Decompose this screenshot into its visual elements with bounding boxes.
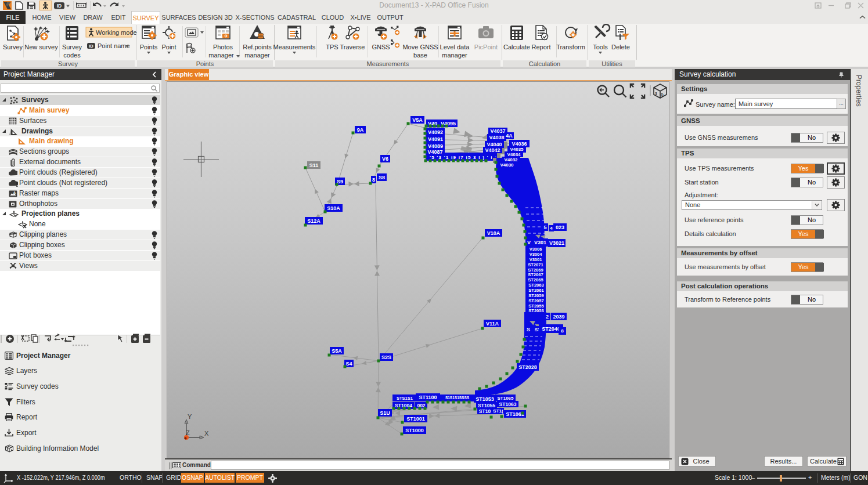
svg-text:V4087: V4087 <box>427 149 442 155</box>
svg-text:9A: 9A <box>357 127 364 133</box>
svg-text:manager: manager <box>244 52 270 59</box>
svg-text:ST2063: ST2063 <box>528 283 543 288</box>
svg-text:S1S1S1SSSS: S1S1S1SSSS <box>445 396 470 400</box>
svg-text:V4037: V4037 <box>490 128 505 134</box>
svg-text:Working mode: Working mode <box>96 29 137 36</box>
svg-text:V4042: V4042 <box>485 147 500 153</box>
svg-text:S8: S8 <box>379 175 385 180</box>
svg-text:ST2055: ST2055 <box>528 303 543 309</box>
svg-text:ST2028: ST2028 <box>518 364 537 370</box>
svg-text:Point: Point <box>161 44 176 50</box>
svg-text:V3001: V3001 <box>530 257 542 262</box>
svg-text:ST1063: ST1063 <box>499 401 517 407</box>
svg-text:ST1(: ST1( <box>493 408 503 414</box>
svg-text:5: 5 <box>543 225 546 230</box>
svg-text:4A: 4A <box>506 133 513 139</box>
svg-text:V10A: V10A <box>487 230 500 236</box>
svg-text:S11: S11 <box>309 162 319 168</box>
svg-text:Report: Report <box>531 44 550 50</box>
svg-text:023: 023 <box>556 225 564 230</box>
svg-text:V4089: V4089 <box>428 143 443 149</box>
svg-text:ST1065: ST1065 <box>497 396 514 401</box>
svg-text:Move GNSS: Move GNSS <box>402 44 438 50</box>
svg-text:V4091: V4091 <box>428 136 443 142</box>
svg-text:X: X <box>204 430 209 437</box>
svg-text:V3021: V3021 <box>549 240 564 246</box>
svg-text:Transform: Transform <box>556 44 585 50</box>
svg-text:V4032: V4032 <box>504 157 518 162</box>
svg-text:Point name: Point name <box>98 42 130 49</box>
svg-text:ST2057: ST2057 <box>528 298 543 303</box>
svg-text:V301: V301 <box>534 240 546 245</box>
svg-text:Points: Points <box>140 44 158 50</box>
svg-text:Traverse: Traverse <box>340 44 365 50</box>
svg-text:V4034: V4034 <box>507 152 521 157</box>
svg-text:ST2061: ST2061 <box>528 288 543 293</box>
svg-text:V4036: V4036 <box>512 141 527 147</box>
svg-text:ST1100: ST1100 <box>419 394 437 400</box>
svg-text:S1U: S1U <box>380 410 390 416</box>
svg-text:S4: S4 <box>345 361 352 367</box>
svg-text:S5A: S5A <box>332 348 342 354</box>
svg-text:ST1000: ST1000 <box>405 428 424 433</box>
svg-text:ST2065: ST2065 <box>528 277 543 283</box>
svg-text:4: 4 <box>550 226 553 231</box>
svg-text:ST2067: ST2067 <box>528 272 543 277</box>
svg-text:Y: Y <box>188 413 192 420</box>
svg-text:S12A: S12A <box>307 218 320 224</box>
svg-text:ST1055: ST1055 <box>478 403 495 408</box>
svg-text:codes: codes <box>63 52 81 59</box>
svg-text:2039: 2039 <box>553 314 564 320</box>
svg-text:V5A: V5A <box>412 117 423 123</box>
svg-text:Calculate: Calculate <box>503 44 530 50</box>
svg-text:Survey: Survey <box>62 44 82 50</box>
svg-text:V3006: V3006 <box>530 247 542 252</box>
svg-text:S2S: S2S <box>381 354 391 360</box>
svg-text:V: V <box>527 240 531 245</box>
svg-text:V4030: V4030 <box>500 162 514 168</box>
svg-text:V4040: V4040 <box>487 142 502 147</box>
svg-text:base: base <box>413 52 427 59</box>
svg-text:ST2040: ST2040 <box>542 326 560 332</box>
svg-text:A: A <box>13 191 16 194</box>
svg-text:2: 2 <box>546 314 549 320</box>
svg-text:STS1S1: STS1S1 <box>397 396 413 401</box>
svg-text:S: S <box>527 327 530 332</box>
svg-text:TPS: TPS <box>326 44 338 50</box>
svg-text:V11A: V11A <box>486 321 499 327</box>
svg-text:8: 8 <box>372 177 375 183</box>
svg-text:8: 8 <box>561 328 564 334</box>
svg-text:S10A: S10A <box>327 205 340 211</box>
svg-text:V4092: V4092 <box>428 129 443 135</box>
svg-text:Level data: Level data <box>440 44 470 50</box>
svg-text:V4038: V4038 <box>489 135 504 140</box>
svg-text:New survey: New survey <box>24 44 58 50</box>
svg-text:Tools: Tools <box>593 44 608 50</box>
svg-text:3: 3 <box>655 92 657 96</box>
svg-text:Ref.points: Ref.points <box>243 44 272 50</box>
svg-text:ST1001: ST1001 <box>406 416 425 422</box>
svg-text:ST1053: ST1053 <box>476 396 494 402</box>
svg-text:ID: ID <box>89 44 93 49</box>
svg-text:manager: manager <box>442 52 467 59</box>
svg-text:ST2059: ST2059 <box>528 293 543 298</box>
svg-text:ST2071: ST2071 <box>528 262 543 267</box>
svg-text:V6: V6 <box>382 156 388 162</box>
svg-text:GNSS: GNSS <box>372 44 390 50</box>
svg-text:ST2053: ST2053 <box>528 308 543 313</box>
svg-text:PicPoint: PicPoint <box>474 44 498 50</box>
svg-text:V3004: V3004 <box>530 252 543 257</box>
svg-text:D: D <box>661 93 664 97</box>
svg-text:Delete: Delete <box>611 44 630 50</box>
svg-text:manager: manager <box>208 52 234 59</box>
svg-text:Photos: Photos <box>213 44 233 50</box>
svg-text:ST10: ST10 <box>479 408 491 414</box>
svg-text:ST2069: ST2069 <box>528 267 543 273</box>
svg-text:Survey: Survey <box>3 44 23 50</box>
svg-text:Measurements: Measurements <box>273 44 316 50</box>
